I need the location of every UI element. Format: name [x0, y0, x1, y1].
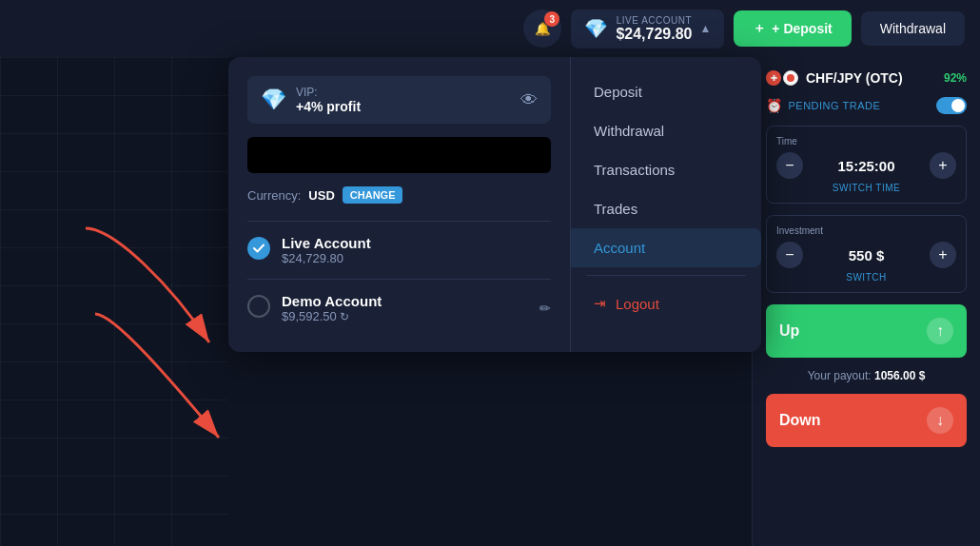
time-control-row: − 15:25:00 +: [776, 152, 956, 179]
vip-profit: +4% profit: [296, 99, 361, 114]
jpy-flag: [783, 70, 798, 86]
payout-value: 1056.00 $: [874, 369, 925, 382]
down-button[interactable]: Down ↓: [766, 394, 967, 447]
pair-percentage: 92%: [944, 71, 967, 85]
menu-item-trades[interactable]: Trades: [571, 189, 761, 228]
live-account-item[interactable]: Live Account $24,729.80: [247, 225, 551, 275]
logout-arrow-icon: ⇥: [594, 295, 606, 312]
demo-account-circle-icon: [247, 295, 270, 318]
pair-flags: ✚: [766, 70, 798, 86]
clock-icon: ⏰: [766, 98, 783, 113]
menu-deposit-label: Deposit: [594, 84, 642, 100]
investment-decrease-button[interactable]: −: [776, 242, 803, 268]
down-arrow-circle: ↓: [927, 407, 953, 434]
currency-label: Currency:: [247, 188, 301, 203]
balance-black-bar: [247, 137, 551, 173]
payout-row: Your payout: 1056.00 $: [766, 369, 967, 382]
demo-account-name: Demo Account: [282, 293, 382, 309]
vip-label: VIP:: [296, 86, 361, 99]
demo-account-balance: $9,592.50 ↻: [282, 309, 382, 323]
change-button[interactable]: CHANGE: [343, 186, 403, 204]
diamond-icon: 💎: [584, 17, 608, 40]
up-label: Up: [779, 322, 799, 340]
notification-badge: 3: [544, 11, 559, 27]
investment-label: Investment: [776, 225, 956, 236]
switch-investment-label: SWITCH: [776, 272, 956, 283]
account-selector-button[interactable]: 💎 LIVE ACCOUNT $24,729.80 ▲: [571, 10, 724, 49]
demo-account-info: Demo Account $9,592.50 ↻: [282, 293, 382, 323]
right-sidebar: ✚ CHF/JPY (OTC) 92% ⏰ PENDING TRADE Time…: [752, 57, 980, 546]
menu-logout-label: Logout: [616, 296, 659, 312]
investment-control: Investment − 550 $ + SWITCH: [766, 215, 967, 293]
chf-flag: ✚: [766, 70, 781, 86]
menu-item-logout[interactable]: ⇥ Logout: [571, 283, 761, 323]
notification-button[interactable]: 🔔 3: [523, 10, 561, 48]
menu-transactions-label: Transactions: [594, 162, 675, 178]
time-control: Time − 15:25:00 + SWITCH TIME: [766, 126, 967, 204]
time-value: 15:25:00: [811, 158, 922, 174]
eye-button[interactable]: 👁: [520, 90, 538, 110]
pending-trade-toggle[interactable]: [936, 97, 967, 114]
menu-withdrawal-label: Withdrawal: [594, 123, 664, 139]
menu-account-label: Account: [594, 240, 645, 256]
dropdown-right: Deposit Withdrawal Transactions Trades A…: [571, 57, 761, 352]
demo-account-item[interactable]: Demo Account $9,592.50 ↻ ✏: [247, 283, 551, 333]
plus-icon: ＋: [753, 20, 766, 37]
jpy-flag-inner: [787, 74, 794, 82]
dropdown-panel: 💎 VIP: +4% profit 👁 Currency: USD CHANGE: [228, 57, 761, 352]
edit-icon: ✏: [539, 301, 551, 316]
pair-name: CHF/JPY (OTC): [806, 70, 903, 86]
time-increase-button[interactable]: +: [930, 152, 956, 179]
currency-row: Currency: USD CHANGE: [247, 186, 551, 204]
pending-trade-label: PENDING TRADE: [789, 100, 881, 111]
live-account-check-icon: [247, 237, 270, 260]
deposit-button[interactable]: ＋ + Deposit: [734, 10, 851, 47]
menu-item-withdrawal[interactable]: Withdrawal: [571, 111, 761, 150]
investment-value: 550 $: [811, 247, 922, 263]
refresh-icon: ↻: [340, 310, 349, 323]
time-decrease-button[interactable]: −: [776, 152, 803, 179]
chart-grid: [0, 57, 228, 546]
pair-header: ✚ CHF/JPY (OTC) 92%: [766, 70, 967, 86]
up-arrow-circle: ↑: [927, 318, 953, 344]
pending-trade-row: ⏰ PENDING TRADE: [766, 97, 967, 114]
payout-label: Your payout:: [808, 369, 872, 382]
menu-item-account[interactable]: Account: [571, 228, 761, 267]
vip-diamond-icon: 💎: [261, 88, 286, 112]
live-account-balance: $24,729.80: [282, 251, 371, 265]
divider-2: [247, 279, 551, 280]
menu-divider: [586, 275, 746, 276]
withdrawal-label: Withdrawal: [880, 21, 946, 36]
down-label: Down: [779, 412, 821, 429]
header: 🔔 3 💎 LIVE ACCOUNT $24,729.80 ▲ ＋ + Depo…: [0, 0, 980, 57]
chart-area: 148.800 148.600: [0, 57, 228, 546]
deposit-label: + Deposit: [772, 21, 832, 36]
withdrawal-button[interactable]: Withdrawal: [861, 11, 965, 46]
vip-bar: 💎 VIP: +4% profit 👁: [247, 76, 551, 124]
live-account-amount: $24,729.80: [616, 26, 692, 43]
time-label: Time: [776, 136, 956, 146]
switch-time-label: SWITCH TIME: [776, 183, 956, 193]
menu-trades-label: Trades: [594, 201, 637, 217]
currency-value: USD: [308, 188, 334, 203]
menu-item-deposit[interactable]: Deposit: [571, 72, 761, 111]
dropdown-left: 💎 VIP: +4% profit 👁 Currency: USD CHANGE: [228, 57, 571, 352]
chevron-up-icon: ▲: [699, 22, 711, 35]
investment-control-row: − 550 $ +: [776, 242, 956, 268]
menu-item-transactions[interactable]: Transactions: [571, 150, 761, 189]
up-button[interactable]: Up ↑: [766, 304, 967, 358]
divider-1: [247, 221, 551, 222]
live-account-info: Live Account $24,729.80: [282, 235, 371, 265]
investment-increase-button[interactable]: +: [930, 242, 956, 268]
live-account-label: LIVE ACCOUNT: [616, 15, 692, 26]
live-account-name: Live Account: [282, 235, 371, 251]
